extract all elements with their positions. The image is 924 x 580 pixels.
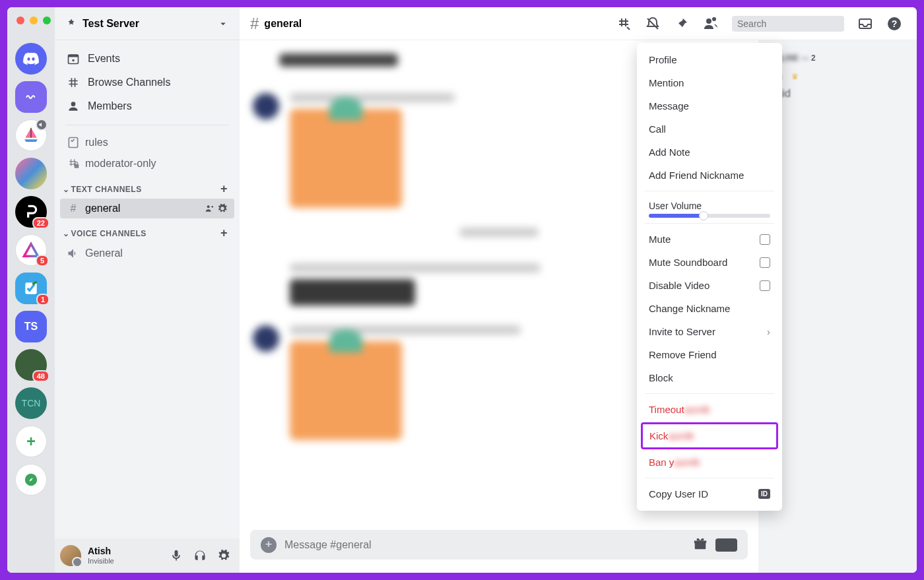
ctx-disable-video[interactable]: Disable Video bbox=[642, 274, 777, 297]
ctx-add-friend-nickname[interactable]: Add Friend Nickname bbox=[642, 164, 777, 187]
ctx-remove-friend[interactable]: Remove Friend bbox=[642, 343, 777, 366]
ctx-copy-user-id[interactable]: Copy User IDID bbox=[642, 482, 777, 505]
person-icon bbox=[67, 100, 80, 113]
mute-mic-button[interactable] bbox=[166, 545, 187, 566]
dm-home-button[interactable] bbox=[15, 43, 47, 75]
server-item-ts[interactable]: TS bbox=[15, 311, 47, 342]
message-input[interactable] bbox=[284, 539, 685, 551]
separator bbox=[645, 223, 774, 224]
user-status: Invisible bbox=[88, 557, 163, 565]
notification-badge: 1 bbox=[36, 294, 50, 306]
close-window-button[interactable] bbox=[16, 16, 24, 24]
server-item-3[interactable] bbox=[15, 158, 47, 189]
discord-logo-icon bbox=[22, 49, 40, 68]
ctx-profile[interactable]: Profile bbox=[642, 48, 777, 71]
ctx-block[interactable]: Block bbox=[642, 366, 777, 389]
ctx-timeout[interactable]: Timeout asmlk bbox=[642, 398, 777, 421]
ctx-mute-soundboard[interactable]: Mute Soundboard bbox=[642, 251, 777, 274]
channel-label: General bbox=[85, 247, 123, 259]
ctx-change-nickname[interactable]: Change Nickname bbox=[642, 297, 777, 320]
members-button[interactable]: Members bbox=[60, 94, 234, 118]
search-input[interactable] bbox=[737, 18, 853, 29]
deafen-button[interactable] bbox=[189, 545, 211, 566]
volume-slider[interactable] bbox=[649, 214, 770, 218]
threads-button[interactable] bbox=[616, 16, 632, 32]
svg-point-5 bbox=[71, 102, 76, 106]
inbox-button[interactable] bbox=[857, 16, 873, 32]
ctx-message[interactable]: Message bbox=[642, 94, 777, 117]
attach-button[interactable]: + bbox=[261, 537, 277, 553]
app-window: 22 5 1 TS 48 TCN + Test Serv bbox=[5, 5, 919, 575]
server-item-7[interactable]: 48 bbox=[15, 349, 47, 381]
ctx-mention[interactable]: Mention bbox=[642, 71, 777, 94]
member-item[interactable]: ish♛ bbox=[764, 68, 911, 85]
user-panel: Atish Invisible bbox=[55, 538, 240, 573]
notifications-button[interactable] bbox=[645, 16, 661, 32]
message-composer[interactable]: + GIF bbox=[250, 530, 748, 560]
server-item-2[interactable] bbox=[15, 119, 47, 151]
headphones-icon bbox=[193, 549, 207, 562]
channel-list: Events Browse Channels Members rules bbox=[55, 40, 240, 538]
channel-rules[interactable]: rules bbox=[60, 132, 234, 153]
help-button[interactable]: ? bbox=[886, 16, 902, 32]
ctx-ban[interactable]: Ban yasmlk bbox=[642, 451, 777, 474]
chevron-right-icon: › bbox=[767, 326, 770, 337]
maximize-window-button[interactable] bbox=[43, 16, 51, 24]
ctx-volume-label: User Volume bbox=[642, 195, 777, 214]
category-label: VOICE CHANNELS bbox=[71, 229, 147, 238]
user-name: Atish bbox=[88, 546, 163, 556]
server-item-6[interactable]: 1 bbox=[15, 273, 47, 304]
rules-icon bbox=[67, 136, 80, 149]
member-list-toggle[interactable] bbox=[703, 16, 719, 32]
server-item-1[interactable] bbox=[15, 81, 47, 113]
search-box[interactable] bbox=[732, 16, 844, 32]
gif-button[interactable]: GIF bbox=[715, 538, 737, 552]
channel-general[interactable]: # general bbox=[60, 199, 234, 218]
chevron-down-icon: ⌄ bbox=[63, 229, 70, 238]
ctx-add-note[interactable]: Add Note bbox=[642, 141, 777, 164]
checkmark-icon bbox=[22, 280, 40, 297]
voice-channel-general[interactable]: General bbox=[60, 243, 234, 264]
svg-point-8 bbox=[207, 205, 210, 208]
browse-channels-label: Browse Channels bbox=[88, 77, 170, 88]
crown-icon: ♛ bbox=[791, 72, 799, 81]
channel-label: general bbox=[85, 203, 120, 214]
channel-label: moderator-only bbox=[85, 158, 156, 170]
pinned-messages-button[interactable] bbox=[674, 16, 690, 32]
svg-point-4 bbox=[72, 59, 74, 61]
calendar-icon bbox=[67, 52, 80, 65]
server-item-4[interactable]: 22 bbox=[15, 196, 47, 228]
category-voice-channels[interactable]: ⌄ VOICE CHANNELS + bbox=[60, 218, 234, 243]
events-button[interactable]: Events bbox=[60, 47, 234, 71]
server-item-5[interactable]: 5 bbox=[15, 234, 47, 266]
minimize-window-button[interactable] bbox=[30, 16, 38, 24]
user-info[interactable]: Atish Invisible bbox=[88, 546, 163, 564]
svg-rect-7 bbox=[75, 164, 79, 168]
add-server-button[interactable]: + bbox=[15, 426, 47, 457]
checkbox-icon bbox=[760, 234, 770, 245]
user-avatar[interactable] bbox=[60, 545, 81, 566]
ctx-mute[interactable]: Mute bbox=[642, 228, 777, 251]
ctx-call[interactable]: Call bbox=[642, 117, 777, 141]
channel-moderator-only[interactable]: moderator-only bbox=[60, 153, 234, 174]
add-channel-button[interactable]: + bbox=[220, 182, 232, 196]
server-header[interactable]: Test Server bbox=[55, 7, 240, 40]
members-label: Members bbox=[88, 100, 132, 112]
ctx-invite-to-server[interactable]: Invite to Server› bbox=[642, 320, 777, 343]
ctx-kick[interactable]: Kick asmlk bbox=[641, 422, 778, 449]
window-controls bbox=[16, 16, 51, 24]
help-icon: ? bbox=[886, 16, 902, 32]
browse-channels-button[interactable]: Browse Channels bbox=[60, 71, 234, 94]
people-icon bbox=[703, 16, 719, 32]
user-settings-button[interactable] bbox=[213, 545, 234, 566]
add-channel-button[interactable]: + bbox=[220, 226, 232, 240]
create-invite-icon[interactable] bbox=[204, 203, 214, 214]
user-context-menu: Profile Mention Message Call Add Note Ad… bbox=[637, 43, 782, 511]
gift-button[interactable] bbox=[693, 536, 708, 553]
server-item-8[interactable]: TCN bbox=[15, 387, 47, 419]
explore-button[interactable] bbox=[15, 464, 47, 496]
member-item[interactable]: sajid bbox=[764, 85, 911, 102]
server-list: 22 5 1 TS 48 TCN + bbox=[7, 7, 55, 573]
category-text-channels[interactable]: ⌄ TEXT CHANNELS + bbox=[60, 174, 234, 199]
gear-icon[interactable] bbox=[217, 203, 228, 214]
